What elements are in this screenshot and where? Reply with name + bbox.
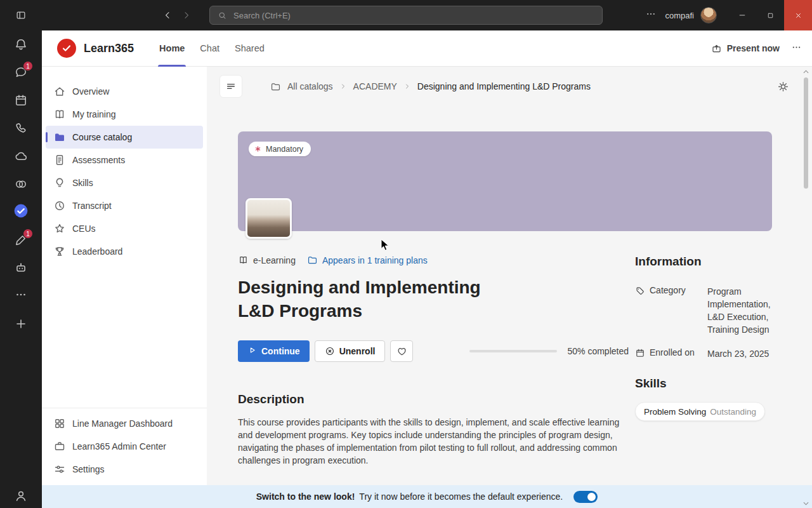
gear-icon[interactable] (777, 81, 789, 93)
account-name[interactable]: compafi (665, 11, 694, 20)
titlebar: compafi (0, 0, 812, 30)
mandatory-label: Mandatory (266, 145, 303, 154)
new-look-banner: Switch to the new look! Try it now befor… (42, 485, 812, 508)
rail-copilot[interactable] (0, 170, 42, 198)
sidebar-item-admin-center[interactable]: Learn365 Admin Center (46, 435, 203, 458)
sidebar-item-label: Leaderboard (72, 246, 122, 257)
sidebar-item-settings[interactable]: Settings (46, 458, 203, 481)
new-look-headline: Switch to the new look! (256, 491, 355, 502)
bell-icon (14, 37, 28, 51)
learn365-check-icon (13, 203, 29, 222)
chevron-right-icon (403, 83, 411, 90)
phone-icon (14, 121, 28, 135)
book-icon (53, 108, 66, 121)
maximize-button[interactable] (756, 0, 784, 30)
category-row: Category Program Implementation, L&D Exe… (635, 285, 772, 336)
category-value: Program Implementation, L&D Execution, T… (707, 285, 772, 336)
sidebar-item-label: Overview (72, 86, 109, 97)
category-label: Category (650, 285, 686, 295)
rail-tasks[interactable]: 1 (0, 226, 42, 254)
rail-calendar[interactable] (0, 86, 42, 114)
tab-home[interactable]: Home (152, 30, 192, 67)
breadcrumb-bar: All catalogs ACADEMY Designing and Imple… (207, 67, 812, 98)
rail-activity[interactable] (0, 30, 42, 58)
ellipsis-icon (15, 288, 27, 304)
person-icon (14, 489, 28, 503)
sidebar-item-ceus[interactable]: CEUs (46, 217, 203, 240)
scroll-up-arrow[interactable] (803, 70, 809, 74)
catalog-nav-toggle-button[interactable] (219, 75, 242, 98)
sidebar-item-label: Settings (72, 464, 105, 474)
titlebar-more-icon[interactable] (646, 9, 656, 22)
breadcrumb-all-catalogs[interactable]: All catalogs (287, 81, 333, 91)
forward-button[interactable] (181, 10, 192, 20)
sidebar-item-my-training[interactable]: My training (46, 103, 203, 126)
training-plans-link[interactable]: Appears in 1 training plans (307, 255, 428, 265)
tag-icon (635, 286, 645, 296)
search-input[interactable] (233, 11, 594, 20)
rail-chat[interactable]: 1 (0, 58, 42, 86)
present-icon (711, 43, 722, 54)
back-button[interactable] (162, 10, 173, 20)
sidebar-item-label: Line Manager Dashboard (72, 418, 173, 429)
main-content: All catalogs ACADEMY Designing and Imple… (207, 67, 812, 485)
rail-profile[interactable] (0, 489, 42, 503)
new-look-toggle[interactable] (573, 491, 598, 503)
course-type-label: e-Learning (253, 255, 296, 265)
sidebar-item-skills[interactable]: Skills (46, 171, 203, 194)
plus-icon (14, 317, 28, 331)
rail-add-app[interactable] (0, 310, 42, 338)
breadcrumb-academy[interactable]: ACADEMY (353, 81, 397, 91)
sidebar-item-assessments[interactable]: Assessments (46, 149, 203, 171)
calendar-icon (14, 93, 28, 107)
sidebar-item-overview[interactable]: Overview (46, 80, 203, 103)
sidebar-item-label: CEUs (72, 224, 96, 234)
favorite-button[interactable] (390, 340, 413, 362)
sidebar-footer: Line Manager Dashboard Learn365 Admin Ce… (42, 408, 207, 481)
scroll-down-arrow[interactable] (803, 502, 809, 505)
rail-more-apps[interactable] (0, 282, 42, 310)
folder-icon (53, 131, 66, 144)
search-box[interactable] (209, 6, 603, 25)
unenroll-label: Unenroll (339, 346, 376, 356)
unenroll-button[interactable]: Unenroll (315, 340, 386, 362)
pencil-badge: 1 (23, 229, 33, 239)
elearning-icon (238, 255, 249, 265)
sidebar-item-label: My training (72, 109, 115, 119)
sidebar-item-line-manager-dashboard[interactable]: Line Manager Dashboard (46, 412, 203, 435)
dashboard-icon (53, 417, 66, 430)
header-more-icon[interactable] (791, 42, 802, 55)
description-heading: Description (238, 392, 629, 406)
progress-group: 50% completed (469, 346, 629, 356)
robot-icon (14, 261, 28, 275)
information-heading: Information (635, 255, 772, 269)
sidebar-item-transcript[interactable]: Transcript (46, 194, 203, 217)
minimize-button[interactable] (728, 0, 756, 30)
briefcase-icon (53, 440, 66, 453)
lightbulb-icon (53, 177, 66, 189)
scrollbar-thumb[interactable] (804, 77, 808, 189)
tab-chat[interactable]: Chat (192, 30, 227, 67)
close-button[interactable] (784, 0, 812, 30)
cloud-icon (14, 149, 28, 163)
sidebar-item-leaderboard[interactable]: Leaderboard (46, 240, 203, 263)
document-icon (53, 154, 66, 166)
skill-pill[interactable]: Problem Solving Outstanding (635, 402, 765, 421)
rail-app-bot[interactable] (0, 254, 42, 282)
teams-app-rail: 1 1 (0, 30, 42, 508)
enrolled-label: Enrolled on (650, 347, 695, 358)
avatar[interactable] (700, 7, 717, 23)
continue-button[interactable]: Continue (238, 340, 310, 362)
vertical-scrollbar[interactable] (802, 70, 809, 505)
history-icon (53, 199, 66, 212)
sidebar-toggle-icon[interactable] (15, 10, 27, 21)
course-title-line1: Designing and Implementing (238, 276, 629, 299)
rail-learn365-active[interactable] (0, 198, 42, 226)
tab-shared[interactable]: Shared (227, 30, 272, 67)
home-icon (53, 85, 66, 98)
present-now-button[interactable]: Present now (711, 43, 780, 54)
rail-onedrive[interactable] (0, 142, 42, 170)
sidebar-item-course-catalog[interactable]: Course catalog (46, 126, 203, 149)
breadcrumb: All catalogs ACADEMY Designing and Imple… (270, 81, 591, 92)
rail-calls[interactable] (0, 114, 42, 142)
